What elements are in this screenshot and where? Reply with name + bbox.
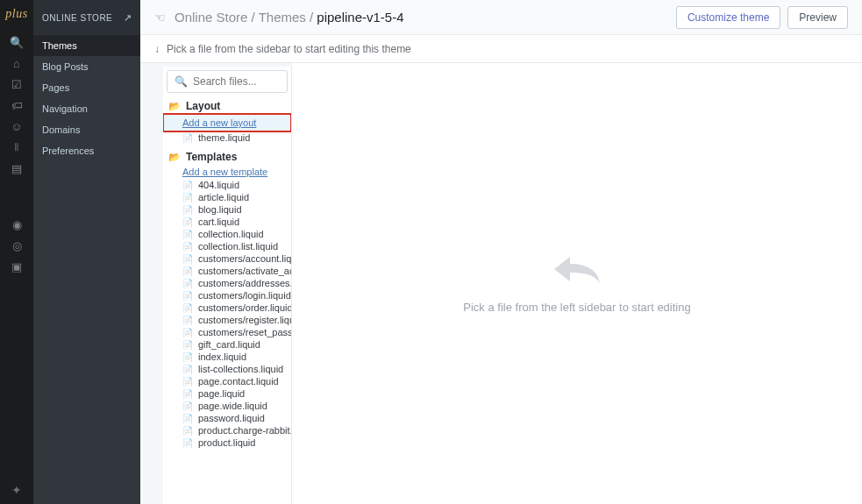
file-label: customers/register.liquid	[198, 315, 291, 325]
file-item[interactable]: 📄collection.list.liquid	[163, 240, 291, 252]
file-icon: 📄	[182, 133, 193, 143]
breadcrumb-current: pipeline-v1-5-4	[317, 10, 403, 25]
file-item[interactable]: 📄customers/account.liquid	[163, 252, 291, 265]
file-icon: 📄	[182, 254, 193, 264]
sidebar-title: ONLINE STORE	[42, 13, 112, 23]
file-label: customers/account.liquid	[198, 253, 291, 264]
file-label: index.liquid	[198, 351, 246, 362]
file-label: article.liquid	[198, 192, 249, 202]
apps-icon[interactable]: ▣	[0, 256, 33, 277]
search-icon: 🔍	[175, 75, 188, 88]
back-icon[interactable]: ☜	[154, 11, 166, 25]
file-icon: 📄	[182, 365, 193, 374]
hint-text: Pick a file from the sidebar to start ed…	[167, 43, 411, 55]
file-item[interactable]: 📄customers/activate_accoun	[163, 265, 291, 277]
online-store-icon[interactable]: ◉	[0, 214, 33, 235]
file-label: cart.liquid	[198, 217, 239, 227]
file-item[interactable]: 📄article.liquid	[163, 191, 291, 203]
file-label: list-collections.liquid	[198, 364, 283, 374]
settings-puzzle-icon[interactable]: ✦	[0, 483, 33, 497]
sidebar-header: ONLINE STORE ↗	[33, 0, 140, 35]
file-item[interactable]: 📄theme.liquid	[163, 131, 291, 144]
sidebar-item-navigation[interactable]: Navigation	[33, 98, 140, 119]
file-item[interactable]: 📄404.liquid	[163, 179, 291, 191]
file-item[interactable]: 📄customers/order.liquid	[163, 302, 291, 314]
file-icon: 📄	[182, 217, 193, 227]
external-link-icon[interactable]: ↗	[124, 12, 132, 24]
file-label: customers/login.liquid	[198, 290, 291, 301]
file-panel: 🔍 📂 Layout Add a new layout 📄theme.liqui…	[163, 67, 292, 504]
file-item[interactable]: 📄product.charge-rabbit.liqu	[163, 424, 291, 437]
breadcrumb: Online Store / Themes / pipeline-v1-5-4	[175, 10, 404, 25]
search-box[interactable]: 🔍	[167, 70, 288, 93]
file-label: page.liquid	[198, 388, 245, 399]
sidebar-item-preferences[interactable]: Preferences	[33, 140, 140, 161]
file-icon: 📄	[182, 316, 193, 325]
reply-arrow-icon	[552, 253, 602, 285]
file-icon: 📄	[182, 414, 193, 423]
file-label: customers/activate_accoun	[198, 266, 291, 276]
file-item[interactable]: 📄collection.liquid	[163, 228, 291, 240]
customers-icon[interactable]: ☺	[0, 116, 33, 137]
file-item[interactable]: 📄page.contact.liquid	[163, 375, 291, 387]
file-icon: 📄	[182, 242, 193, 252]
file-item[interactable]: 📄customers/login.liquid	[163, 289, 291, 302]
tag-icon[interactable]: 🏷	[0, 95, 33, 116]
file-icon: 📄	[182, 438, 193, 448]
add-new-layout-link[interactable]: Add a new layout	[163, 114, 291, 131]
preview-button[interactable]: Preview	[787, 6, 848, 29]
discounts-icon[interactable]: ▤	[0, 158, 33, 179]
file-label: customers/reset_password	[198, 327, 291, 337]
file-item[interactable]: 📄product.liquid	[163, 437, 291, 449]
editor-placeholder-text: Pick a file from the left sidebar to sta…	[463, 301, 690, 314]
search-icon[interactable]: 🔍	[0, 32, 33, 53]
file-icon: 📄	[182, 389, 193, 399]
file-item[interactable]: 📄page.liquid	[163, 387, 291, 400]
file-label: customers/addresses.liqui	[198, 278, 291, 288]
folder-templates[interactable]: 📂 Templates	[163, 149, 291, 165]
breadcrumb-seg2[interactable]: Themes	[259, 10, 306, 25]
file-icon: 📄	[182, 279, 193, 288]
customize-theme-button[interactable]: Customize theme	[676, 6, 780, 29]
breadcrumb-seg1[interactable]: Online Store	[175, 10, 247, 25]
file-label: product.liquid	[198, 437, 255, 448]
file-item[interactable]: 📄blog.liquid	[163, 203, 291, 216]
top-header: ☜ Online Store / Themes / pipeline-v1-5-…	[140, 0, 862, 35]
file-label: blog.liquid	[198, 204, 242, 215]
file-icon: 📄	[182, 426, 193, 436]
file-icon: 📄	[182, 266, 193, 276]
folder-layout[interactable]: 📂 Layout	[163, 98, 291, 114]
file-item[interactable]: 📄gift_card.liquid	[163, 338, 291, 351]
sidebar-item-domains[interactable]: Domains	[33, 119, 140, 140]
file-item[interactable]: 📄customers/reset_password	[163, 326, 291, 338]
file-label: customers/order.liquid	[198, 302, 291, 313]
file-icon: 📄	[182, 181, 193, 190]
folder-label: Layout	[186, 100, 220, 112]
file-label: collection.list.liquid	[198, 241, 278, 252]
file-label: password.liquid	[198, 413, 265, 423]
add-new-template-link[interactable]: Add a new template	[163, 165, 291, 179]
file-item[interactable]: 📄customers/register.liquid	[163, 314, 291, 326]
pin-icon[interactable]: ◎	[0, 235, 33, 256]
sidebar-item-blog-posts[interactable]: Blog Posts	[33, 56, 140, 77]
search-input[interactable]	[193, 75, 280, 88]
file-icon: 📄	[182, 352, 193, 362]
sidebar-item-themes[interactable]: Themes	[33, 35, 140, 56]
home-icon[interactable]: ⌂	[0, 53, 33, 74]
file-item[interactable]: 📄page.wide.liquid	[163, 400, 291, 412]
editor-area: Pick a file from the left sidebar to sta…	[292, 63, 862, 504]
sidebar-item-pages[interactable]: Pages	[33, 77, 140, 98]
file-label: product.charge-rabbit.liqu	[198, 425, 291, 436]
file-item[interactable]: 📄customers/addresses.liqui	[163, 277, 291, 289]
file-label: page.contact.liquid	[198, 376, 279, 387]
main-gutter	[140, 63, 163, 504]
file-item[interactable]: 📄password.liquid	[163, 412, 291, 424]
analytics-icon[interactable]: ⫴	[0, 137, 33, 158]
file-item[interactable]: 📄cart.liquid	[163, 216, 291, 228]
file-item[interactable]: 📄index.liquid	[163, 351, 291, 363]
file-icon: 📄	[182, 303, 193, 313]
orders-icon[interactable]: ☑	[0, 74, 33, 95]
folder-icon: 📂	[168, 152, 181, 163]
file-icon: 📄	[182, 340, 193, 350]
file-item[interactable]: 📄list-collections.liquid	[163, 363, 291, 375]
